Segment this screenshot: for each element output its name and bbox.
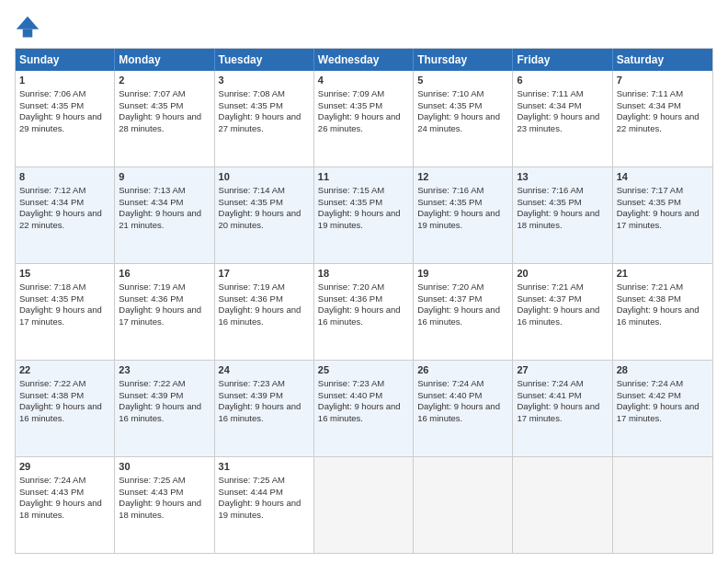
day-number: 21 — [617, 267, 709, 281]
day-cell-20: 20Sunrise: 7:21 AMSunset: 4:37 PMDayligh… — [513, 264, 612, 360]
sunrise-text: Sunrise: 7:21 AM — [617, 282, 683, 292]
daylight-text: Daylight: 9 hours and 16 minutes. — [318, 401, 401, 423]
day-number: 15 — [19, 267, 110, 281]
day-number: 14 — [617, 170, 709, 184]
daylight-text: Daylight: 9 hours and 19 minutes. — [417, 208, 500, 230]
daylight-text: Daylight: 9 hours and 28 minutes. — [119, 111, 201, 133]
day-number: 6 — [517, 74, 608, 87]
week-row-1: 1Sunrise: 7:06 AMSunset: 4:35 PMDaylight… — [16, 71, 712, 167]
header — [15, 15, 713, 40]
day-cell-8: 8Sunrise: 7:12 AMSunset: 4:34 PMDaylight… — [16, 167, 115, 263]
sunrise-text: Sunrise: 7:24 AM — [417, 378, 483, 388]
day-cell-14: 14Sunrise: 7:17 AMSunset: 4:35 PMDayligh… — [613, 167, 712, 263]
sunset-text: Sunset: 4:35 PM — [19, 100, 84, 110]
day-number: 20 — [517, 267, 608, 281]
sunrise-text: Sunrise: 7:16 AM — [417, 185, 483, 195]
day-cell-19: 19Sunrise: 7:20 AMSunset: 4:37 PMDayligh… — [414, 264, 513, 360]
daylight-text: Daylight: 9 hours and 21 minutes. — [119, 208, 201, 230]
day-number: 9 — [119, 170, 210, 184]
day-number: 2 — [119, 74, 210, 87]
sunset-text: Sunset: 4:35 PM — [417, 197, 482, 207]
week-row-3: 15Sunrise: 7:18 AMSunset: 4:35 PMDayligh… — [16, 264, 712, 361]
daylight-text: Daylight: 9 hours and 22 minutes. — [617, 111, 700, 133]
sunset-text: Sunset: 4:35 PM — [318, 197, 382, 207]
day-cell-7: 7Sunrise: 7:11 AMSunset: 4:34 PMDaylight… — [613, 71, 712, 167]
day-cell-1: 1Sunrise: 7:06 AMSunset: 4:35 PMDaylight… — [16, 71, 115, 167]
day-number: 10 — [219, 170, 310, 184]
calendar-header: SundayMondayTuesdayWednesdayThursdayFrid… — [16, 49, 712, 71]
sunset-text: Sunset: 4:35 PM — [517, 197, 581, 207]
day-number: 8 — [19, 170, 110, 184]
empty-cell — [513, 457, 612, 553]
empty-cell — [414, 457, 513, 553]
daylight-text: Daylight: 9 hours and 18 minutes. — [119, 498, 201, 520]
empty-cell — [314, 457, 414, 553]
daylight-text: Daylight: 9 hours and 18 minutes. — [517, 208, 599, 230]
daylight-text: Daylight: 9 hours and 19 minutes. — [219, 498, 301, 520]
calendar-body: 1Sunrise: 7:06 AMSunset: 4:35 PMDaylight… — [16, 71, 712, 553]
daylight-text: Daylight: 9 hours and 16 minutes. — [219, 401, 301, 423]
day-number: 13 — [517, 170, 608, 184]
day-number: 7 — [617, 74, 709, 87]
daylight-text: Daylight: 9 hours and 16 minutes. — [318, 304, 401, 327]
sunrise-text: Sunrise: 7:11 AM — [617, 88, 683, 98]
sunrise-text: Sunrise: 7:19 AM — [119, 282, 185, 292]
sunset-text: Sunset: 4:34 PM — [617, 100, 681, 110]
page: SundayMondayTuesdayWednesdayThursdayFrid… — [0, 0, 728, 563]
day-cell-21: 21Sunrise: 7:21 AMSunset: 4:38 PMDayligh… — [613, 264, 712, 360]
day-number: 16 — [119, 267, 210, 281]
sunset-text: Sunset: 4:43 PM — [119, 487, 183, 497]
sunrise-text: Sunrise: 7:24 AM — [19, 475, 85, 485]
day-cell-15: 15Sunrise: 7:18 AMSunset: 4:35 PMDayligh… — [16, 264, 115, 360]
daylight-text: Daylight: 9 hours and 16 minutes. — [19, 401, 102, 423]
empty-cell — [613, 457, 712, 553]
daylight-text: Daylight: 9 hours and 17 minutes. — [517, 401, 599, 423]
sunrise-text: Sunrise: 7:13 AM — [119, 185, 185, 195]
header-day-sunday: Sunday — [16, 49, 115, 71]
day-cell-23: 23Sunrise: 7:22 AMSunset: 4:39 PMDayligh… — [115, 361, 214, 456]
sunset-text: Sunset: 4:38 PM — [617, 293, 681, 304]
sunset-text: Sunset: 4:35 PM — [417, 100, 482, 110]
sunset-text: Sunset: 4:43 PM — [19, 487, 84, 497]
day-cell-5: 5Sunrise: 7:10 AMSunset: 4:35 PMDaylight… — [414, 71, 513, 167]
sunset-text: Sunset: 4:35 PM — [617, 197, 681, 207]
day-number: 27 — [517, 363, 608, 377]
day-number: 22 — [19, 363, 110, 377]
header-day-wednesday: Wednesday — [314, 49, 414, 71]
sunset-text: Sunset: 4:42 PM — [617, 390, 681, 400]
logo-icon — [15, 15, 40, 40]
day-number: 5 — [417, 74, 508, 87]
daylight-text: Daylight: 9 hours and 22 minutes. — [19, 208, 102, 230]
day-number: 30 — [119, 460, 210, 474]
daylight-text: Daylight: 9 hours and 20 minutes. — [219, 208, 301, 230]
day-number: 3 — [219, 74, 310, 87]
day-cell-10: 10Sunrise: 7:14 AMSunset: 4:35 PMDayligh… — [215, 167, 314, 263]
sunrise-text: Sunrise: 7:25 AM — [219, 475, 285, 485]
daylight-text: Daylight: 9 hours and 16 minutes. — [119, 401, 201, 423]
day-number: 26 — [417, 363, 508, 377]
day-cell-4: 4Sunrise: 7:09 AMSunset: 4:35 PMDaylight… — [314, 71, 414, 167]
day-cell-25: 25Sunrise: 7:23 AMSunset: 4:40 PMDayligh… — [314, 361, 414, 456]
day-cell-13: 13Sunrise: 7:16 AMSunset: 4:35 PMDayligh… — [513, 167, 612, 263]
header-day-thursday: Thursday — [414, 49, 513, 71]
week-row-5: 29Sunrise: 7:24 AMSunset: 4:43 PMDayligh… — [16, 457, 712, 553]
sunrise-text: Sunrise: 7:08 AM — [219, 88, 285, 98]
day-cell-29: 29Sunrise: 7:24 AMSunset: 4:43 PMDayligh… — [16, 457, 115, 553]
day-cell-18: 18Sunrise: 7:20 AMSunset: 4:36 PMDayligh… — [314, 264, 414, 360]
header-day-saturday: Saturday — [613, 49, 712, 71]
daylight-text: Daylight: 9 hours and 27 minutes. — [219, 111, 301, 133]
day-number: 11 — [318, 170, 409, 184]
daylight-text: Daylight: 9 hours and 17 minutes. — [617, 401, 700, 423]
daylight-text: Daylight: 9 hours and 18 minutes. — [19, 498, 102, 520]
sunrise-text: Sunrise: 7:19 AM — [219, 282, 285, 292]
header-day-friday: Friday — [513, 49, 612, 71]
sunrise-text: Sunrise: 7:25 AM — [119, 475, 185, 485]
svg-rect-1 — [23, 29, 33, 38]
header-day-monday: Monday — [115, 49, 214, 71]
day-cell-3: 3Sunrise: 7:08 AMSunset: 4:35 PMDaylight… — [215, 71, 314, 167]
week-row-2: 8Sunrise: 7:12 AMSunset: 4:34 PMDaylight… — [16, 167, 712, 264]
day-cell-17: 17Sunrise: 7:19 AMSunset: 4:36 PMDayligh… — [215, 264, 314, 360]
sunset-text: Sunset: 4:35 PM — [119, 100, 183, 110]
sunset-text: Sunset: 4:36 PM — [119, 293, 183, 304]
sunrise-text: Sunrise: 7:12 AM — [19, 185, 85, 195]
